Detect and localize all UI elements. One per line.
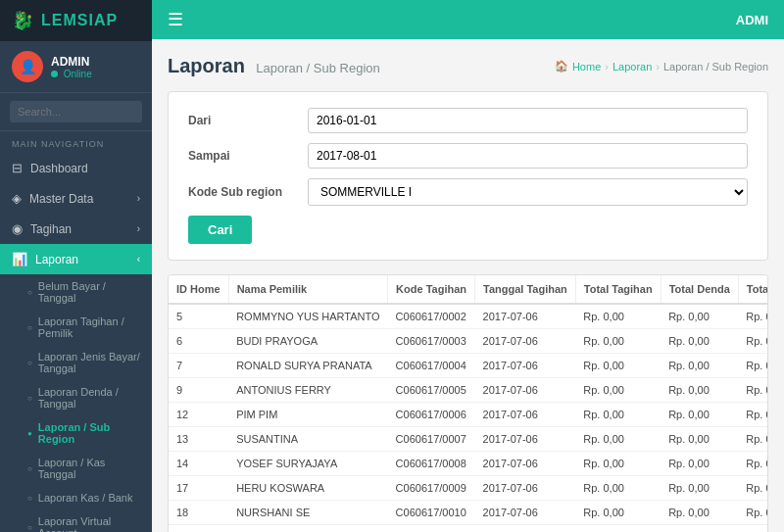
th-total-potongan: Total Potongan bbox=[738, 275, 768, 304]
sampai-row: Sampai bbox=[188, 143, 748, 169]
chevron-right-icon: › bbox=[137, 193, 140, 204]
sub-nav-laporan-denda[interactable]: Laporan Denda / Tanggal bbox=[0, 380, 152, 415]
cell-id: 20 bbox=[169, 525, 228, 533]
chevron-right-icon: › bbox=[137, 223, 140, 234]
cell-nama: PIM PIM bbox=[228, 403, 387, 427]
cell-tanggal: 2017-07-06 bbox=[475, 501, 576, 525]
chevron-down-icon: ‹ bbox=[137, 254, 140, 265]
cell-id: 13 bbox=[169, 427, 228, 452]
cell-nama: ROMMYNO YUS HARTANTO bbox=[228, 304, 387, 329]
cell-tanggal: 2017-07-06 bbox=[475, 329, 576, 354]
logo-text: LEMSIAP bbox=[41, 12, 118, 29]
table-row: 18 NURSHANI SE C060617/0010 2017-07-06 R… bbox=[169, 501, 768, 525]
cell-total-tagihan: Rp. 0,00 bbox=[575, 304, 661, 329]
page-title: Laporan bbox=[168, 55, 245, 76]
cell-total-denda: Rp. 0,00 bbox=[661, 501, 738, 525]
sidebar-item-laporan[interactable]: 📊 Laporan ‹ bbox=[0, 244, 152, 274]
sidebar-item-label: Master Data bbox=[29, 192, 93, 206]
cell-nama: YOSEF SURYAJAYA bbox=[228, 452, 387, 476]
sub-nav-laporan-tagihan[interactable]: Laporan Tagihan / Pemilik bbox=[0, 310, 152, 345]
cell-nama: EVELYN & REMSEY bbox=[228, 525, 387, 533]
sub-nav-laporan-jenis[interactable]: Laporan Jenis Bayar/ Tanggal bbox=[0, 345, 152, 380]
cell-nama: BUDI PRAYOGA bbox=[228, 329, 387, 354]
sub-nav-laporan-kas-bank[interactable]: Laporan Kas / Bank bbox=[0, 486, 152, 509]
cell-total-tagihan: Rp. 0,00 bbox=[575, 403, 661, 427]
cell-total-tagihan: Rp. 0,00 bbox=[575, 354, 661, 378]
table-header-row: ID Home Nama Pemilik Kode Tagihan Tangga… bbox=[169, 275, 768, 304]
breadcrumb: 🏠 Home › Laporan › Laporan / Sub Region bbox=[555, 60, 768, 73]
th-kode-tagihan: Kode Tagihan bbox=[388, 275, 475, 304]
cell-total-denda: Rp. 0,00 bbox=[661, 427, 738, 452]
table-row: 14 YOSEF SURYAJAYA C060617/0008 2017-07-… bbox=[169, 452, 768, 476]
cell-total-denda: Rp. 0,00 bbox=[661, 354, 738, 378]
cell-id: 18 bbox=[169, 501, 228, 525]
dashboard-icon: ⊟ bbox=[12, 161, 23, 175]
dari-input[interactable] bbox=[308, 108, 748, 133]
cell-tanggal: 2017-07-06 bbox=[475, 378, 576, 403]
cell-total-tagihan: Rp. 0,00 bbox=[575, 329, 661, 354]
sub-nav-laporan-kas-tanggal[interactable]: Laporan / Kas Tanggal bbox=[0, 451, 152, 486]
logo-icon: 🐉 bbox=[12, 10, 33, 31]
cell-total-potongan: Rp. 0,00 bbox=[738, 378, 768, 403]
sampai-input[interactable] bbox=[308, 143, 748, 169]
search-input[interactable] bbox=[10, 101, 142, 122]
cell-total-denda: Rp. 0,00 bbox=[661, 304, 738, 329]
cell-total-denda: Rp. 0,00 bbox=[661, 403, 738, 427]
table-row: 13 SUSANTINA C060617/0007 2017-07-06 Rp.… bbox=[169, 427, 768, 452]
search-container bbox=[0, 93, 152, 131]
cell-id: 6 bbox=[169, 329, 228, 354]
cell-total-potongan: Rp. 0,00 bbox=[738, 427, 768, 452]
cell-tanggal: 2017-07-06 bbox=[475, 354, 576, 378]
nav-section-label: MAIN NAVIGATION bbox=[0, 131, 152, 153]
breadcrumb-home-icon: 🏠 bbox=[555, 60, 568, 73]
sidebar-item-label: Tagihan bbox=[30, 222, 72, 236]
th-nama-pemilik: Nama Pemilik bbox=[228, 275, 387, 304]
breadcrumb-sep1: › bbox=[605, 61, 609, 73]
cell-total-denda: Rp. 0,00 bbox=[661, 452, 738, 476]
cell-nama: NURSHANI SE bbox=[228, 501, 387, 525]
cell-total-denda: Rp. 0,00 bbox=[661, 329, 738, 354]
page-title-area: Laporan Laporan / Sub Region bbox=[168, 55, 380, 77]
kode-select[interactable]: SOMMERVILLE I bbox=[308, 178, 748, 206]
table-row: 12 PIM PIM C060617/0006 2017-07-06 Rp. 0… bbox=[169, 403, 768, 427]
cari-button[interactable]: Cari bbox=[188, 216, 252, 244]
sub-nav-laporan-sub-region[interactable]: Laporan / Sub Region bbox=[0, 415, 152, 451]
user-info: ADMIN Online bbox=[51, 55, 92, 79]
cell-total-potongan: Rp. 0,00 bbox=[738, 403, 768, 427]
cell-kode: C060617/0002 bbox=[388, 304, 475, 329]
kode-row: Kode Sub region SOMMERVILLE I bbox=[188, 178, 748, 206]
sub-nav-belum-bayar[interactable]: Belum Bayar / Tanggal bbox=[0, 274, 152, 310]
hamburger-icon[interactable]: ☰ bbox=[168, 9, 183, 30]
sidebar-item-tagihan[interactable]: ◉ Tagihan › bbox=[0, 214, 152, 244]
th-tanggal-tagihan: Tanggal Tagihan bbox=[475, 275, 576, 304]
main-area: ☰ ADMI Laporan Laporan / Sub Region 🏠 Ho… bbox=[152, 0, 784, 532]
table-row: 17 HERU KOSWARA C060617/0009 2017-07-06 … bbox=[169, 476, 768, 501]
cell-total-tagihan: Rp. 0,00 bbox=[575, 427, 661, 452]
table-row: 6 BUDI PRAYOGA C060617/0003 2017-07-06 R… bbox=[169, 329, 768, 354]
cell-kode: C060617/0005 bbox=[388, 378, 475, 403]
cell-kode: C060617/0008 bbox=[388, 452, 475, 476]
sidebar-item-master-data[interactable]: ◈ Master Data › bbox=[0, 183, 152, 214]
cell-nama: RONALD SURYA PRANATA bbox=[228, 354, 387, 378]
th-id-home: ID Home bbox=[169, 275, 228, 304]
sidebar-item-dashboard[interactable]: ⊟ Dashboard bbox=[0, 153, 152, 183]
sub-nav-laporan-virtual[interactable]: Laporan Virtual Account bbox=[0, 509, 152, 532]
table-row: 9 ANTONIUS FERRY C060617/0005 2017-07-06… bbox=[169, 378, 768, 403]
topbar-admin-label: ADMI bbox=[736, 13, 768, 27]
breadcrumb-home[interactable]: Home bbox=[572, 61, 601, 73]
table-row: 7 RONALD SURYA PRANATA C060617/0004 2017… bbox=[169, 354, 768, 378]
cell-total-potongan: Rp. 0,00 bbox=[738, 501, 768, 525]
cell-id: 14 bbox=[169, 452, 228, 476]
table-row: 20 EVELYN & REMSEY C060617/0011 2017-07-… bbox=[169, 525, 768, 533]
breadcrumb-laporan[interactable]: Laporan bbox=[612, 61, 652, 73]
sidebar: 🐉 LEMSIAP 👤 ADMIN Online MAIN NAVIGATION… bbox=[0, 0, 152, 532]
user-status: Online bbox=[51, 69, 92, 79]
kode-label: Kode Sub region bbox=[188, 185, 296, 199]
cell-total-potongan: Rp. 0,00 bbox=[738, 354, 768, 378]
dari-label: Dari bbox=[188, 114, 296, 127]
sidebar-item-label: Laporan bbox=[35, 253, 78, 266]
avatar: 👤 bbox=[12, 51, 43, 82]
cell-total-potongan: Rp. 0,00 bbox=[738, 476, 768, 501]
cell-nama: HERU KOSWARA bbox=[228, 476, 387, 501]
th-total-denda: Total Denda bbox=[661, 275, 738, 304]
